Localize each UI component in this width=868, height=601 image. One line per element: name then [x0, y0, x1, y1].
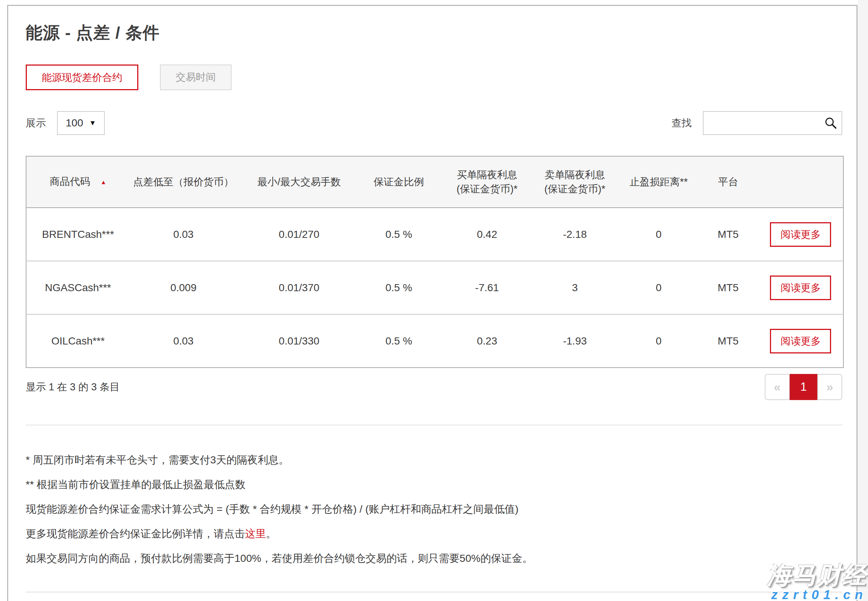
show-entries-select[interactable]: 100 ▼: [57, 111, 105, 135]
cell-lots: 0.01/330: [244, 314, 354, 368]
col-header-sell-swap[interactable]: 卖单隔夜利息 (保证金货币)*: [530, 156, 619, 207]
double-chevron-right-icon: »: [826, 380, 833, 394]
table-row: OILCash*** 0.03 0.01/330 0.5 % 0.23 -1.9…: [26, 314, 844, 368]
tab-bar: 能源现货差价合约 交易时间: [26, 64, 842, 90]
cell-platform: MT5: [698, 261, 758, 314]
col-header-sl-distance[interactable]: 止盈损距离**: [619, 156, 698, 207]
instruments-table: 商品代码▲ 点差低至（报价货币） 最小/最大交易手数 保证金比例 买单隔夜利息 …: [26, 156, 844, 368]
table-row: NGASCash*** 0.009 0.01/370 0.5 % -7.61 3…: [26, 261, 844, 314]
watermark: 海马财经 zzrt01.cn: [767, 563, 867, 601]
col-header-spread[interactable]: 点差低至（报价货币）: [123, 156, 245, 207]
caret-down-icon: ▼: [89, 119, 96, 127]
tab-energy-spot-cfd[interactable]: 能源现货差价合约: [26, 64, 138, 90]
read-more-button[interactable]: 阅读更多: [770, 222, 831, 247]
cell-margin: 0.5 %: [354, 207, 444, 261]
cell-sell-swap: 3: [530, 261, 619, 314]
page-background-strip: [857, 0, 868, 601]
cell-lots: 0.01/270: [244, 207, 354, 261]
next-page-button[interactable]: »: [817, 374, 842, 400]
cell-spread: 0.03: [123, 207, 245, 261]
footnote-margin-details: 更多现货能源差价合约保证金比例详情，请点击这里。: [26, 528, 842, 540]
page-title: 能源 - 点差 / 条件: [26, 21, 842, 44]
cell-buy-swap: -7.61: [444, 261, 530, 314]
cell-spread: 0.009: [123, 261, 245, 314]
table-footer: 显示 1 在 3 的 3 条目 « 1 »: [26, 374, 842, 400]
section-divider: [26, 425, 842, 426]
read-more-button[interactable]: 阅读更多: [770, 329, 831, 354]
cell-sl-distance: 0: [619, 314, 698, 368]
col-header-platform[interactable]: 平台: [698, 156, 758, 207]
show-entries-value: 100: [66, 117, 83, 129]
cell-sl-distance: 0: [619, 207, 698, 261]
tab-trading-hours[interactable]: 交易时间: [160, 64, 232, 90]
cell-sell-swap: -1.93: [530, 314, 619, 368]
footnote-swap-3days: * 周五闭市时若有未平仓头寸，需要支付3天的隔夜利息。: [26, 454, 842, 467]
read-more-button[interactable]: 阅读更多: [770, 276, 831, 300]
pagination: « 1 »: [765, 374, 842, 400]
search-icon: [824, 116, 838, 130]
cell-platform: MT5: [698, 314, 758, 368]
cell-product-code: BRENTCash***: [26, 207, 123, 261]
cell-margin: 0.5 %: [354, 314, 444, 368]
entries-info: 显示 1 在 3 的 3 条目: [26, 380, 120, 394]
search-label: 查找: [671, 116, 692, 130]
table-header-row: 商品代码▲ 点差低至（报价货币） 最小/最大交易手数 保证金比例 买单隔夜利息 …: [26, 156, 844, 207]
search-input[interactable]: [703, 111, 842, 135]
cell-margin: 0.5 %: [354, 261, 444, 314]
cell-lots: 0.01/370: [244, 261, 354, 314]
footnote-min-sl-points: ** 根据当前市价设置挂单的最低止损盈最低点数: [26, 478, 842, 491]
here-link[interactable]: 这里: [245, 528, 266, 540]
sort-asc-icon: ▲: [100, 179, 106, 185]
bottom-divider: [26, 592, 842, 592]
footnote-margin-formula: 现货能源差价合约保证金需求计算公式为 = (手数 * 合约规模 * 开仓价格) …: [26, 503, 842, 516]
col-header-product-code[interactable]: 商品代码▲: [26, 156, 123, 207]
cell-sl-distance: 0: [619, 261, 698, 314]
cell-product-code: NGASCash***: [26, 261, 123, 314]
double-chevron-left-icon: «: [773, 380, 780, 394]
cell-sell-swap: -2.18: [530, 207, 619, 261]
col-header-actions: [758, 156, 844, 207]
table-controls: 展示 100 ▼ 查找: [26, 111, 842, 135]
col-header-lots[interactable]: 最小/最大交易手数: [244, 156, 354, 207]
content-card: 能源 - 点差 / 条件 能源现货差价合约 交易时间 展示 100 ▼ 查找: [7, 5, 857, 601]
prev-page-button[interactable]: «: [765, 374, 790, 400]
show-entries-label: 展示: [26, 116, 46, 130]
current-page-button[interactable]: 1: [790, 374, 817, 400]
cell-buy-swap: 0.23: [444, 314, 530, 368]
cell-platform: MT5: [698, 207, 758, 261]
col-header-margin[interactable]: 保证金比例: [354, 156, 444, 207]
watermark-domain: zzrt01.cn: [767, 588, 867, 601]
footnote-hedged-margin: 如果交易同方向的商品，预付款比例需要高于100%，若使用差价合约锁仓交易的话，则…: [26, 552, 842, 565]
cell-spread: 0.03: [123, 314, 245, 368]
col-header-buy-swap[interactable]: 买单隔夜利息 (保证金货币)*: [444, 156, 530, 207]
watermark-brand: 海马财经: [767, 563, 867, 587]
footnotes: * 周五闭市时若有未平仓头寸，需要支付3天的隔夜利息。 ** 根据当前市价设置挂…: [26, 454, 842, 565]
cell-product-code: OILCash***: [26, 314, 123, 368]
table-row: BRENTCash*** 0.03 0.01/270 0.5 % 0.42 -2…: [26, 207, 844, 261]
cell-buy-swap: 0.42: [444, 207, 530, 261]
